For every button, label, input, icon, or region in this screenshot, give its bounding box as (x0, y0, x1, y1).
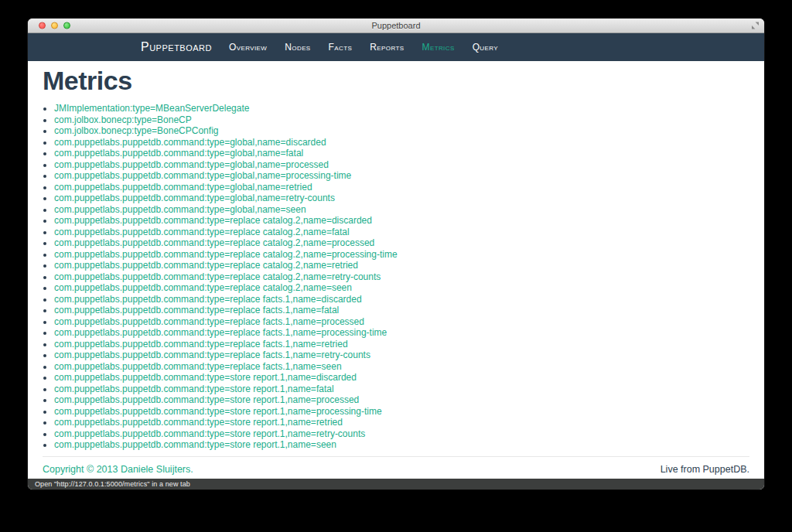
metric-link[interactable]: com.puppetlabs.puppetdb.command:type=rep… (54, 305, 339, 315)
page-title: Metrics (43, 66, 749, 96)
metric-list-item: com.puppetlabs.puppetdb.command:type=rep… (54, 249, 749, 261)
metric-list-item: com.puppetlabs.puppetdb.command:type=rep… (54, 237, 749, 249)
nav-item-query[interactable]: Query (473, 42, 498, 53)
metric-link[interactable]: com.jolbox.bonecp:type=BoneCP (54, 114, 192, 125)
fullscreen-icon[interactable] (751, 22, 760, 30)
metric-link[interactable]: com.puppetlabs.puppetdb.command:type=rep… (54, 260, 358, 271)
window-titlebar[interactable]: Puppetboard (28, 19, 764, 33)
metric-link[interactable]: com.puppetlabs.puppetdb.command:type=rep… (54, 271, 381, 282)
metric-link[interactable]: com.puppetlabs.puppetdb.command:type=glo… (54, 204, 306, 215)
metric-link[interactable]: com.puppetlabs.puppetdb.command:type=rep… (54, 339, 348, 350)
metric-list-item: com.puppetlabs.puppetdb.command:type=glo… (54, 182, 749, 193)
metric-link[interactable]: com.puppetlabs.puppetdb.command:type=rep… (54, 237, 374, 248)
metric-list-item: com.jolbox.bonecp:type=BoneCPConfig (54, 125, 749, 137)
brand-link[interactable]: Puppetboard (141, 40, 212, 54)
metric-list-item: com.puppetlabs.puppetdb.command:type=glo… (54, 159, 749, 171)
metric-link[interactable]: com.puppetlabs.puppetdb.command:type=glo… (54, 159, 329, 170)
metric-list-item: com.puppetlabs.puppetdb.command:type=glo… (54, 137, 749, 148)
metric-list-item: com.puppetlabs.puppetdb.command:type=rep… (54, 282, 749, 294)
metric-link[interactable]: com.puppetlabs.puppetdb.command:type=sto… (54, 384, 334, 394)
metric-list-item: com.puppetlabs.puppetdb.command:type=glo… (54, 204, 749, 216)
page-content: Metrics JMImplementation:type=MBeanServe… (28, 61, 764, 479)
nav-item-overview[interactable]: Overview (229, 42, 267, 53)
metric-list-item: com.puppetlabs.puppetdb.command:type=rep… (54, 361, 749, 373)
live-from-puppetdb-label: Live from PuppetDB. (661, 464, 749, 475)
metric-list-item: com.puppetlabs.puppetdb.command:type=rep… (54, 339, 749, 350)
metric-list-item: com.puppetlabs.puppetdb.command:type=sto… (54, 372, 749, 384)
status-bar: Open "http://127.0.0.1:5000/metrics" in … (28, 479, 764, 489)
metric-list-item: JMImplementation:type=MBeanServerDelegat… (54, 103, 749, 114)
metric-link[interactable]: com.puppetlabs.puppetdb.command:type=rep… (54, 294, 362, 305)
zoom-button[interactable] (63, 22, 70, 29)
navbar: Puppetboard OverviewNodesFactsReportsMet… (28, 33, 764, 61)
metric-link[interactable]: com.puppetlabs.puppetdb.command:type=sto… (54, 428, 365, 439)
metric-link[interactable]: com.puppetlabs.puppetdb.command:type=rep… (54, 316, 364, 327)
footer: Copyright © 2013 Daniele Sluijters. Live… (43, 456, 749, 479)
metric-list-item: com.puppetlabs.puppetdb.command:type=glo… (54, 193, 749, 204)
metric-list-item: com.puppetlabs.puppetdb.command:type=rep… (54, 294, 749, 305)
metric-link[interactable]: com.puppetlabs.puppetdb.command:type=glo… (54, 148, 303, 159)
metric-link[interactable]: com.puppetlabs.puppetdb.command:type=rep… (54, 249, 398, 260)
metric-list-item: com.puppetlabs.puppetdb.command:type=rep… (54, 260, 749, 271)
traffic-lights (39, 22, 70, 29)
metric-link[interactable]: com.puppetlabs.puppetdb.command:type=rep… (54, 215, 372, 226)
metric-list-item: com.puppetlabs.puppetdb.command:type=glo… (54, 170, 749, 182)
metric-link[interactable]: com.puppetlabs.puppetdb.command:type=rep… (54, 282, 352, 293)
nav-item-nodes[interactable]: Nodes (285, 42, 310, 53)
metric-link[interactable]: com.puppetlabs.puppetdb.command:type=sto… (54, 439, 336, 450)
metric-list-item: com.puppetlabs.puppetdb.command:type=rep… (54, 271, 749, 283)
metric-list-item: com.puppetlabs.puppetdb.command:type=rep… (54, 316, 749, 328)
metric-list-item: com.puppetlabs.puppetdb.command:type=sto… (54, 406, 749, 418)
metric-link[interactable]: com.puppetlabs.puppetdb.command:type=sto… (54, 406, 382, 417)
metric-list-item: com.jolbox.bonecp:type=BoneCP (54, 114, 749, 126)
metric-list-item: com.puppetlabs.puppetdb.command:type=glo… (54, 148, 749, 159)
metric-link[interactable]: com.puppetlabs.puppetdb.command:type=sto… (54, 417, 343, 428)
close-button[interactable] (39, 22, 46, 29)
metric-list-item: com.puppetlabs.puppetdb.command:type=rep… (54, 350, 749, 361)
metric-list-item: com.puppetlabs.puppetdb.command:type=rep… (54, 305, 749, 316)
metric-link[interactable]: JMImplementation:type=MBeanServerDelegat… (54, 103, 249, 114)
window-title: Puppetboard (372, 21, 421, 30)
metric-link[interactable]: com.jolbox.bonecp:type=BoneCPConfig (54, 125, 218, 136)
copyright-link[interactable]: Copyright © 2013 Daniele Sluijters. (43, 464, 193, 475)
metric-link[interactable]: com.puppetlabs.puppetdb.command:type=sto… (54, 372, 357, 383)
metric-list-item: com.puppetlabs.puppetdb.command:type=sto… (54, 439, 749, 451)
nav-item-metrics[interactable]: Metrics (422, 42, 455, 53)
metric-list-item: com.puppetlabs.puppetdb.command:type=sto… (54, 384, 749, 395)
metric-list-item: com.puppetlabs.puppetdb.command:type=rep… (54, 327, 749, 339)
metric-link[interactable]: com.puppetlabs.puppetdb.command:type=glo… (54, 137, 326, 148)
metric-list-item: com.puppetlabs.puppetdb.command:type=rep… (54, 227, 749, 238)
metric-link[interactable]: com.puppetlabs.puppetdb.command:type=glo… (54, 182, 312, 193)
minimize-button[interactable] (51, 22, 58, 29)
metric-link[interactable]: com.puppetlabs.puppetdb.command:type=rep… (54, 350, 370, 360)
metric-link[interactable]: com.puppetlabs.puppetdb.command:type=sto… (54, 394, 359, 405)
browser-window: Puppetboard Puppetboard OverviewNodesFac… (28, 19, 764, 489)
nav-items: OverviewNodesFactsReportsMetricsQuery (229, 42, 498, 53)
nav-item-facts[interactable]: Facts (329, 42, 353, 53)
metric-link[interactable]: com.puppetlabs.puppetdb.command:type=rep… (54, 227, 350, 237)
status-text: Open "http://127.0.0.1:5000/metrics" in … (35, 480, 190, 488)
metric-list-item: com.puppetlabs.puppetdb.command:type=rep… (54, 215, 749, 227)
metric-link[interactable]: com.puppetlabs.puppetdb.command:type=rep… (54, 327, 387, 338)
metric-link[interactable]: com.puppetlabs.puppetdb.command:type=glo… (54, 170, 351, 181)
nav-item-reports[interactable]: Reports (370, 42, 404, 53)
metrics-list: JMImplementation:type=MBeanServerDelegat… (43, 103, 749, 451)
metric-list-item: com.puppetlabs.puppetdb.command:type=sto… (54, 428, 749, 440)
metric-list-item: com.puppetlabs.puppetdb.command:type=sto… (54, 394, 749, 406)
metric-list-item: com.puppetlabs.puppetdb.command:type=sto… (54, 417, 749, 428)
metric-link[interactable]: com.puppetlabs.puppetdb.command:type=rep… (54, 361, 342, 372)
metric-link[interactable]: com.puppetlabs.puppetdb.command:type=glo… (54, 193, 335, 203)
